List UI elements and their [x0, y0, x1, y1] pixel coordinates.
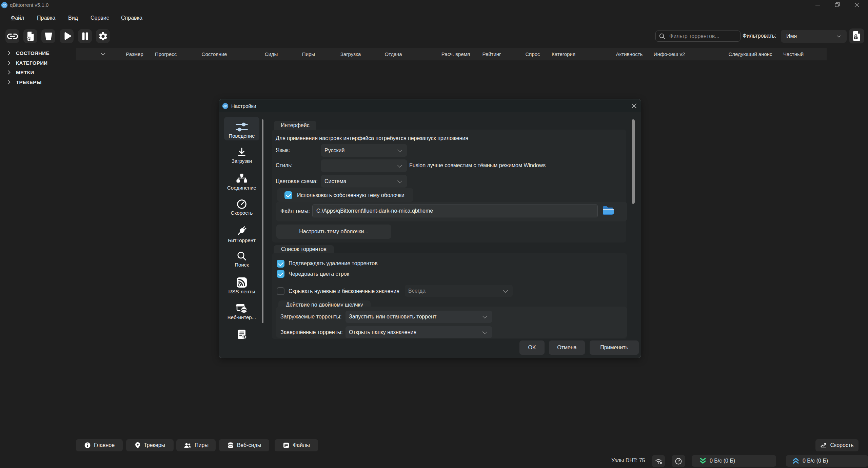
svg-text:qb: qb [223, 104, 228, 108]
svg-text:qb: qb [2, 3, 6, 7]
